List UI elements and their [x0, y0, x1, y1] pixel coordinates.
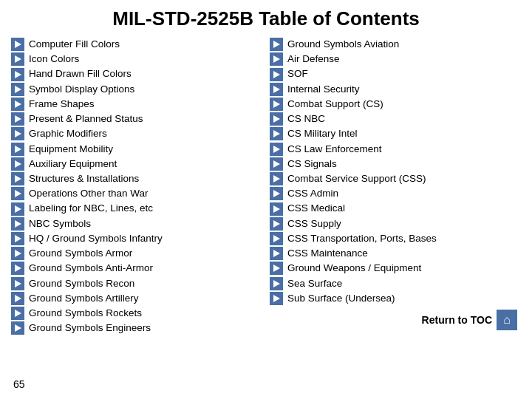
content-columns: Computer Fill ColorsIcon ColorsHand Draw… — [11, 38, 521, 335]
nav-arrow-button[interactable] — [11, 247, 24, 260]
nav-arrow-button[interactable] — [270, 38, 283, 51]
nav-arrow-button[interactable] — [11, 127, 24, 140]
nav-arrow-button[interactable] — [11, 157, 24, 171]
list-item: CS Signals — [270, 157, 521, 171]
item-label: HQ / Ground Symbols Infantry — [29, 232, 163, 245]
list-item: CS NBC — [270, 112, 521, 126]
nav-arrow-button[interactable] — [270, 292, 283, 305]
list-item: Ground Symbols Engineers — [11, 321, 262, 335]
item-label: Labeling for NBC, Lines, etc — [29, 202, 153, 215]
list-item: Ground Weapons / Equipment — [270, 262, 521, 275]
page-container: MIL-STD-2525B Table of Contents Computer… — [0, 0, 532, 399]
list-item: CS Military Intel — [270, 127, 521, 140]
item-label: Air Defense — [287, 52, 340, 66]
nav-arrow-button[interactable] — [11, 187, 24, 200]
nav-arrow-button[interactable] — [270, 83, 283, 96]
item-label: Ground Symbols Armor — [29, 247, 132, 260]
list-item: Computer Fill Colors — [11, 38, 262, 51]
return-to-toc-label: Return to TOC — [422, 314, 492, 326]
right-column: Ground Symbols AviationAir DefenseSOFInt… — [270, 38, 521, 335]
nav-arrow-button[interactable] — [270, 143, 283, 156]
list-item: CSS Supply — [270, 217, 521, 231]
nav-arrow-button[interactable] — [11, 143, 24, 156]
list-item: Symbol Display Options — [11, 83, 262, 96]
nav-arrow-button[interactable] — [11, 112, 24, 126]
item-label: Ground Symbols Aviation — [287, 38, 399, 51]
list-item: Hand Drawn Fill Colors — [11, 67, 262, 81]
list-item: Present & Planned Status — [11, 112, 262, 126]
item-label: SOF — [287, 67, 308, 81]
item-label: Ground Symbols Engineers — [29, 321, 151, 335]
item-label: CSS Medical — [287, 202, 345, 215]
item-label: Ground Symbols Artillery — [29, 292, 139, 305]
nav-arrow-button[interactable] — [270, 68, 283, 81]
list-item: Ground Symbols Recon — [11, 277, 262, 290]
nav-arrow-button[interactable] — [11, 202, 24, 216]
item-label: Internal Security — [287, 83, 360, 96]
list-item: Labeling for NBC, Lines, etc — [11, 202, 262, 215]
list-item: CSS Transportation, Ports, Bases — [270, 232, 521, 245]
item-label: Present & Planned Status — [29, 112, 143, 126]
nav-arrow-button[interactable] — [270, 217, 283, 231]
nav-arrow-button[interactable] — [11, 38, 24, 51]
page-number: 65 — [13, 378, 25, 390]
list-item: Internal Security — [270, 83, 521, 96]
nav-arrow-button[interactable] — [270, 202, 283, 216]
nav-arrow-button[interactable] — [270, 172, 283, 185]
list-item: Air Defense — [270, 52, 521, 66]
list-item: Equipment Mobility — [11, 143, 262, 156]
left-column: Computer Fill ColorsIcon ColorsHand Draw… — [11, 38, 262, 335]
list-item: Ground Symbols Armor — [11, 247, 262, 260]
item-label: CS Signals — [287, 157, 337, 171]
list-item: Combat Service Support (CSS) — [270, 172, 521, 185]
item-label: Structures & Installations — [29, 172, 139, 185]
nav-arrow-button[interactable] — [11, 217, 24, 231]
home-icon[interactable]: ⌂ — [497, 310, 517, 330]
list-item: Ground Symbols Artillery — [11, 292, 262, 305]
item-label: Ground Symbols Recon — [29, 277, 134, 290]
nav-arrow-button[interactable] — [270, 232, 283, 245]
nav-arrow-button[interactable] — [270, 112, 283, 126]
nav-arrow-button[interactable] — [270, 52, 283, 66]
list-item: CSS Admin — [270, 187, 521, 200]
item-label: Equipment Mobility — [29, 143, 113, 156]
nav-arrow-button[interactable] — [11, 307, 24, 320]
item-label: Ground Symbols Anti-Armor — [29, 262, 153, 275]
nav-arrow-button[interactable] — [270, 277, 283, 290]
nav-arrow-button[interactable] — [11, 52, 24, 66]
nav-arrow-button[interactable] — [11, 232, 24, 245]
item-label: CS Military Intel — [287, 127, 358, 140]
nav-arrow-button[interactable] — [270, 262, 283, 275]
nav-arrow-button[interactable] — [270, 127, 283, 140]
nav-arrow-button[interactable] — [11, 68, 24, 81]
list-item: Icon Colors — [11, 52, 262, 66]
item-label: CSS Transportation, Ports, Bases — [287, 232, 437, 245]
list-item: CSS Medical — [270, 202, 521, 215]
item-label: CS Law Enforcement — [287, 143, 382, 156]
item-label: Combat Service Support (CSS) — [287, 172, 426, 185]
nav-arrow-button[interactable] — [11, 83, 24, 96]
nav-arrow-button[interactable] — [11, 321, 24, 335]
nav-arrow-button[interactable] — [270, 187, 283, 200]
list-item: Operations Other than War — [11, 187, 262, 200]
nav-arrow-button[interactable] — [11, 98, 24, 111]
item-label: Sea Surface — [287, 277, 342, 290]
nav-arrow-button[interactable] — [11, 277, 24, 290]
nav-arrow-button[interactable] — [11, 172, 24, 185]
item-label: NBC Symbols — [29, 217, 91, 231]
list-item: HQ / Ground Symbols Infantry — [11, 232, 262, 245]
item-label: Graphic Modifiers — [29, 127, 107, 140]
nav-arrow-button[interactable] — [270, 98, 283, 111]
item-label: Ground Weapons / Equipment — [287, 262, 421, 275]
list-item: Sub Surface (Undersea) — [270, 292, 521, 305]
nav-arrow-button[interactable] — [270, 157, 283, 171]
nav-arrow-button[interactable] — [11, 292, 24, 305]
item-label: Auxiliary Equipment — [29, 157, 117, 171]
list-item: CS Law Enforcement — [270, 143, 521, 156]
return-to-toc-row: Return to TOC⌂ — [270, 310, 521, 330]
item-label: CSS Admin — [287, 187, 338, 200]
nav-arrow-button[interactable] — [11, 262, 24, 275]
return-to-toc-button[interactable]: Return to TOC⌂ — [422, 310, 517, 330]
list-item: Ground Symbols Rockets — [11, 307, 262, 320]
nav-arrow-button[interactable] — [270, 247, 283, 260]
